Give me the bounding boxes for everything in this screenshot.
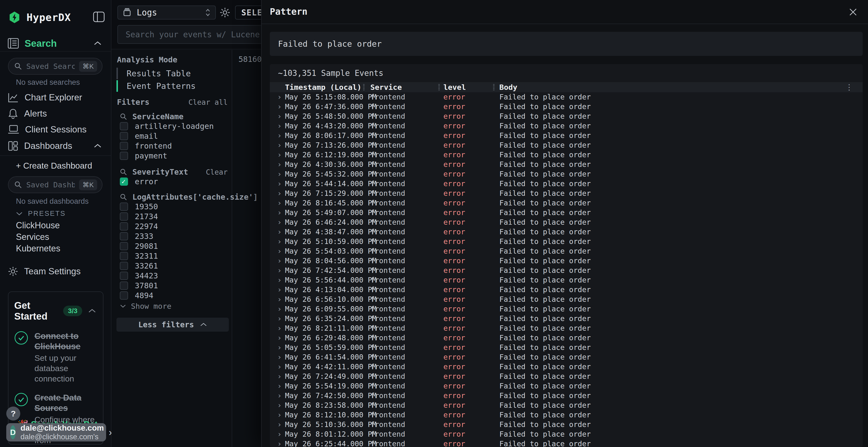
col-header-level[interactable]: level (443, 82, 466, 92)
event-row[interactable]: › May 26 6:47:36.000 PM frontend error F… (270, 102, 863, 111)
event-row[interactable]: › May 26 6:09:55.000 PM frontend error F… (270, 304, 863, 314)
preset-services[interactable]: Services (16, 232, 49, 242)
row-expand-chevron-icon[interactable]: › (277, 179, 282, 188)
event-row[interactable]: › May 26 7:24:49.000 PM frontend error F… (270, 372, 863, 381)
row-expand-chevron-icon[interactable]: › (277, 420, 282, 429)
filter-checkbox-item[interactable]: 22974 (120, 221, 158, 231)
checkbox[interactable] (120, 232, 128, 240)
filter-checkbox-item[interactable]: payment (120, 151, 214, 161)
checkbox[interactable] (120, 242, 128, 250)
row-expand-chevron-icon[interactable]: › (277, 246, 282, 256)
preset-clickhouse[interactable]: ClickHouse (16, 220, 60, 231)
checkbox[interactable] (120, 252, 128, 260)
event-row[interactable]: › May 26 5:15:08.000 PM frontend error F… (270, 92, 863, 102)
event-row[interactable]: › May 26 6:46:24.000 PM frontend error F… (270, 217, 863, 227)
event-row[interactable]: › May 26 5:05:59.000 PM frontend error F… (270, 343, 863, 352)
less-filters-button[interactable]: Less filters (117, 318, 229, 332)
event-row[interactable]: › May 26 5:48:50.000 PM frontend error F… (270, 111, 863, 121)
checkbox[interactable] (120, 222, 128, 231)
row-expand-chevron-icon[interactable]: › (277, 410, 282, 420)
event-row[interactable]: › May 26 6:12:19.000 PM frontend error F… (270, 150, 863, 160)
checkbox[interactable] (120, 203, 128, 211)
chevron-up-icon[interactable] (88, 309, 96, 313)
sidebar-item-chart-explorer[interactable]: Chart Explorer (0, 90, 112, 105)
mode-event-patterns[interactable]: Event Patterns (117, 80, 196, 92)
event-row[interactable]: › May 26 5:44:14.000 PM frontend error F… (270, 179, 863, 188)
event-row[interactable]: › May 26 7:13:26.000 PM frontend error F… (270, 140, 863, 150)
source-settings-gear-icon[interactable] (219, 7, 230, 18)
col-header-timestamp[interactable]: Timestamp (Local) (285, 82, 362, 92)
filter-checkbox-item[interactable]: 29081 (120, 241, 158, 251)
preset-kubernetes[interactable]: Kubernetes (16, 243, 60, 253)
filter-checkbox-item[interactable]: 21734 (120, 211, 158, 221)
filter-checkbox-item[interactable]: 32311 (120, 251, 158, 261)
event-row[interactable]: › May 26 7:42:50.000 PM frontend error F… (270, 391, 863, 401)
row-expand-chevron-icon[interactable]: › (277, 237, 282, 246)
checkbox[interactable] (120, 177, 128, 186)
event-row[interactable]: › May 26 6:25:44.000 PM frontend error F… (270, 439, 863, 447)
checkbox[interactable] (120, 212, 128, 220)
row-expand-chevron-icon[interactable]: › (277, 401, 282, 410)
get-started-item[interactable]: Connect to ClickHouse Set up your databa… (8, 324, 103, 386)
event-row[interactable]: › May 26 8:23:58.000 PM frontend error F… (270, 401, 863, 410)
column-resize-handle[interactable] (493, 84, 495, 90)
mode-results-table[interactable]: Results Table (117, 68, 191, 79)
sidebar-item-alerts[interactable]: Alerts (0, 106, 112, 122)
event-row[interactable]: › May 26 6:56:10.000 PM frontend error F… (270, 295, 863, 304)
checkbox[interactable] (120, 152, 128, 160)
row-expand-chevron-icon[interactable]: › (277, 188, 282, 198)
row-expand-chevron-icon[interactable]: › (277, 227, 282, 237)
event-row[interactable]: › May 26 7:15:29.000 PM frontend error F… (270, 188, 863, 198)
sidebar-item-dashboards[interactable]: Dashboards (0, 138, 112, 153)
checkbox[interactable] (120, 132, 128, 140)
row-expand-chevron-icon[interactable]: › (277, 323, 282, 333)
event-row[interactable]: › May 26 7:42:54.000 PM frontend error F… (270, 266, 863, 275)
row-expand-chevron-icon[interactable]: › (277, 304, 282, 314)
clear-all-link[interactable]: Clear all (188, 98, 227, 106)
row-expand-chevron-icon[interactable]: › (277, 150, 282, 160)
event-row[interactable]: › May 26 6:29:48.000 PM frontend error F… (270, 333, 863, 343)
sidebar-collapse-icon[interactable] (93, 11, 105, 22)
row-expand-chevron-icon[interactable]: › (277, 92, 282, 102)
event-row[interactable]: › May 26 8:01:12.000 PM frontend error F… (270, 429, 863, 439)
row-expand-chevron-icon[interactable]: › (277, 295, 282, 304)
event-row[interactable]: › May 26 8:16:45.000 PM frontend error F… (270, 198, 863, 208)
checkbox[interactable] (120, 272, 128, 280)
presets-toggle[interactable]: PRESETS (16, 209, 66, 217)
filter-checkbox-item[interactable]: error (120, 176, 158, 186)
checkbox[interactable] (120, 281, 128, 290)
row-expand-chevron-icon[interactable]: › (277, 352, 282, 362)
row-expand-chevron-icon[interactable]: › (277, 343, 282, 352)
filter-checkbox-item[interactable]: frontend (120, 141, 214, 151)
event-row[interactable]: › May 26 4:38:47.000 PM frontend error F… (270, 227, 863, 237)
event-row[interactable]: › May 26 8:21:11.000 PM frontend error F… (270, 323, 863, 333)
column-resize-handle[interactable] (363, 84, 365, 90)
filter-checkbox-item[interactable]: 2333 (120, 231, 158, 241)
row-expand-chevron-icon[interactable]: › (277, 266, 282, 275)
event-row[interactable]: › May 26 4:42:11.000 PM frontend error F… (270, 362, 863, 372)
row-expand-chevron-icon[interactable]: › (277, 275, 282, 285)
row-expand-chevron-icon[interactable]: › (277, 333, 282, 343)
checkbox[interactable] (120, 291, 128, 300)
saved-searches-input[interactable]: Saved Searches ⌘K (8, 58, 102, 75)
col-header-service[interactable]: Service (370, 82, 402, 92)
row-expand-chevron-icon[interactable]: › (277, 121, 282, 131)
close-icon[interactable] (849, 8, 858, 16)
show-more-link[interactable]: Show more (120, 302, 172, 310)
sidebar-item-client-sessions[interactable]: Client Sessions (0, 122, 112, 137)
event-row[interactable]: › May 26 8:12:10.000 PM frontend error F… (270, 410, 863, 420)
row-expand-chevron-icon[interactable]: › (277, 217, 282, 227)
event-row[interactable]: › May 26 5:45:32.000 PM frontend error F… (270, 169, 863, 179)
clear-severity-link[interactable]: Clear (206, 168, 227, 176)
row-expand-chevron-icon[interactable]: › (277, 391, 282, 401)
checkbox[interactable] (120, 262, 128, 270)
checkbox[interactable] (120, 142, 128, 150)
event-row[interactable]: › May 26 5:10:59.000 PM frontend error F… (270, 237, 863, 246)
filter-checkbox-item[interactable]: 4894 (120, 290, 158, 300)
filter-checkbox-item[interactable]: 37801 (120, 281, 158, 290)
user-menu[interactable]: D dale@clickhouse.com dale@clickhouse.co… (6, 423, 106, 442)
filter-checkbox-item[interactable]: 33261 (120, 261, 158, 271)
filter-checkbox-item[interactable]: 34423 (120, 271, 158, 281)
event-row[interactable]: › May 26 5:10:36.000 PM frontend error F… (270, 420, 863, 429)
event-row[interactable]: › May 26 5:49:07.000 PM frontend error F… (270, 208, 863, 217)
